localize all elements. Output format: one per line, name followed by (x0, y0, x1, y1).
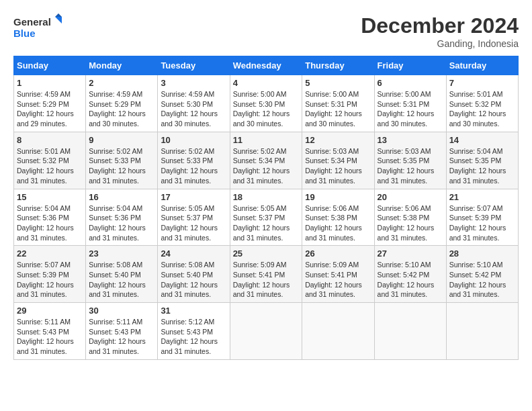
calendar-day-cell: 5Sunrise: 5:00 AMSunset: 5:31 PMDaylight… (302, 75, 374, 132)
location: Ganding, Indonesia (361, 38, 519, 49)
day-info: Sunrise: 5:05 AMSunset: 5:37 PMDaylight:… (233, 203, 300, 243)
calendar-week-row: 1Sunrise: 4:59 AMSunset: 5:29 PMDaylight… (14, 75, 519, 132)
day-number: 22 (17, 248, 83, 259)
day-info: Sunrise: 5:01 AMSunset: 5:32 PMDaylight:… (17, 146, 83, 186)
calendar-week-row: 15Sunrise: 5:04 AMSunset: 5:36 PMDayligh… (14, 189, 519, 246)
day-number: 24 (161, 248, 226, 259)
day-of-week-header: Monday (86, 56, 158, 75)
calendar-day-cell: 8Sunrise: 5:01 AMSunset: 5:32 PMDaylight… (14, 132, 86, 189)
day-of-week-header: Friday (374, 56, 446, 75)
calendar-day-cell: 19Sunrise: 5:06 AMSunset: 5:38 PMDayligh… (302, 189, 374, 246)
logo: GeneralBlue (13, 13, 67, 44)
day-number: 19 (305, 192, 371, 202)
calendar-day-cell: 10Sunrise: 5:02 AMSunset: 5:33 PMDayligh… (158, 132, 230, 189)
day-number: 2 (89, 78, 154, 88)
calendar-day-cell: 16Sunrise: 5:04 AMSunset: 5:36 PMDayligh… (86, 189, 158, 246)
day-info: Sunrise: 5:04 AMSunset: 5:36 PMDaylight:… (17, 203, 83, 243)
day-number: 30 (89, 306, 154, 316)
day-info: Sunrise: 5:07 AMSunset: 5:39 PMDaylight:… (449, 203, 515, 243)
day-number: 18 (233, 192, 300, 202)
day-info: Sunrise: 5:11 AMSunset: 5:43 PMDaylight:… (89, 317, 154, 357)
day-number: 23 (89, 248, 154, 259)
calendar-day-cell: 30Sunrise: 5:11 AMSunset: 5:43 PMDayligh… (86, 303, 158, 360)
calendar-day-cell: 1Sunrise: 4:59 AMSunset: 5:29 PMDaylight… (14, 75, 86, 132)
calendar-day-cell: 12Sunrise: 5:03 AMSunset: 5:34 PMDayligh… (302, 132, 374, 189)
day-number: 4 (233, 78, 300, 88)
calendar-day-cell: 25Sunrise: 5:09 AMSunset: 5:41 PMDayligh… (230, 246, 302, 303)
day-number: 27 (378, 248, 443, 259)
calendar-day-cell: 21Sunrise: 5:07 AMSunset: 5:39 PMDayligh… (446, 189, 518, 246)
day-info: Sunrise: 5:03 AMSunset: 5:35 PMDaylight:… (378, 146, 443, 186)
day-info: Sunrise: 5:03 AMSunset: 5:34 PMDaylight:… (305, 146, 371, 186)
day-info: Sunrise: 5:10 AMSunset: 5:42 PMDaylight:… (378, 260, 443, 300)
day-info: Sunrise: 5:07 AMSunset: 5:39 PMDaylight:… (17, 260, 83, 300)
calendar-day-cell: 22Sunrise: 5:07 AMSunset: 5:39 PMDayligh… (14, 246, 86, 303)
page-header: GeneralBlue December 2024 Ganding, Indon… (13, 13, 519, 49)
svg-marker-2 (55, 17, 62, 24)
calendar-day-cell: 27Sunrise: 5:10 AMSunset: 5:42 PMDayligh… (374, 246, 446, 303)
day-number: 28 (449, 248, 515, 259)
day-number: 14 (449, 135, 515, 145)
day-info: Sunrise: 5:00 AMSunset: 5:31 PMDaylight:… (378, 89, 443, 129)
day-of-week-header: Wednesday (230, 56, 302, 75)
day-info: Sunrise: 5:01 AMSunset: 5:32 PMDaylight:… (449, 89, 515, 129)
calendar-day-cell: 18Sunrise: 5:05 AMSunset: 5:37 PMDayligh… (230, 189, 302, 246)
calendar-day-cell: 4Sunrise: 5:00 AMSunset: 5:30 PMDaylight… (230, 75, 302, 132)
calendar-header-row: SundayMondayTuesdayWednesdayThursdayFrid… (14, 56, 519, 75)
calendar-day-cell: 9Sunrise: 5:02 AMSunset: 5:33 PMDaylight… (86, 132, 158, 189)
calendar-day-cell: 2Sunrise: 4:59 AMSunset: 5:29 PMDaylight… (86, 75, 158, 132)
day-of-week-header: Tuesday (158, 56, 230, 75)
calendar-day-cell: 7Sunrise: 5:01 AMSunset: 5:32 PMDaylight… (446, 75, 518, 132)
day-number: 8 (17, 135, 83, 145)
day-info: Sunrise: 5:10 AMSunset: 5:42 PMDaylight:… (449, 260, 515, 300)
day-number: 16 (89, 192, 154, 202)
day-info: Sunrise: 4:59 AMSunset: 5:29 PMDaylight:… (17, 89, 83, 129)
calendar-day-cell: 31Sunrise: 5:12 AMSunset: 5:43 PMDayligh… (158, 303, 230, 360)
day-info: Sunrise: 5:08 AMSunset: 5:40 PMDaylight:… (89, 260, 154, 300)
calendar-day-cell: 26Sunrise: 5:09 AMSunset: 5:41 PMDayligh… (302, 246, 374, 303)
day-of-week-header: Saturday (446, 56, 518, 75)
calendar-day-cell: 6Sunrise: 5:00 AMSunset: 5:31 PMDaylight… (374, 75, 446, 132)
day-number: 25 (233, 248, 300, 259)
day-info: Sunrise: 5:05 AMSunset: 5:37 PMDaylight:… (161, 203, 226, 243)
calendar-day-cell: 24Sunrise: 5:08 AMSunset: 5:40 PMDayligh… (158, 246, 230, 303)
day-info: Sunrise: 5:09 AMSunset: 5:41 PMDaylight:… (305, 260, 371, 300)
day-number: 29 (17, 306, 83, 316)
calendar-day-cell: 17Sunrise: 5:05 AMSunset: 5:37 PMDayligh… (158, 189, 230, 246)
svg-text:Blue: Blue (13, 28, 36, 39)
day-info: Sunrise: 5:00 AMSunset: 5:31 PMDaylight:… (305, 89, 371, 129)
month-title: December 2024 (361, 13, 519, 38)
day-info: Sunrise: 5:06 AMSunset: 5:38 PMDaylight:… (305, 203, 371, 243)
day-number: 9 (89, 135, 154, 145)
day-info: Sunrise: 4:59 AMSunset: 5:30 PMDaylight:… (161, 89, 226, 129)
calendar-day-cell: 3Sunrise: 4:59 AMSunset: 5:30 PMDaylight… (158, 75, 230, 132)
day-info: Sunrise: 5:02 AMSunset: 5:33 PMDaylight:… (89, 146, 154, 186)
logo-svg: GeneralBlue (13, 13, 67, 44)
day-number: 3 (161, 78, 226, 88)
calendar-day-cell (374, 303, 446, 360)
day-of-week-header: Thursday (302, 56, 374, 75)
calendar-day-cell: 14Sunrise: 5:04 AMSunset: 5:35 PMDayligh… (446, 132, 518, 189)
day-of-week-header: Sunday (14, 56, 86, 75)
day-number: 12 (305, 135, 371, 145)
calendar-week-row: 8Sunrise: 5:01 AMSunset: 5:32 PMDaylight… (14, 132, 519, 189)
day-number: 10 (161, 135, 226, 145)
calendar-day-cell (302, 303, 374, 360)
calendar-week-row: 29Sunrise: 5:11 AMSunset: 5:43 PMDayligh… (14, 303, 519, 360)
day-number: 13 (378, 135, 443, 145)
day-number: 6 (378, 78, 443, 88)
svg-marker-3 (55, 13, 62, 17)
day-number: 11 (233, 135, 300, 145)
day-number: 21 (449, 192, 515, 202)
day-number: 1 (17, 78, 83, 88)
calendar-day-cell: 28Sunrise: 5:10 AMSunset: 5:42 PMDayligh… (446, 246, 518, 303)
day-number: 31 (161, 306, 226, 316)
day-number: 26 (305, 248, 371, 259)
day-info: Sunrise: 5:12 AMSunset: 5:43 PMDaylight:… (161, 317, 226, 357)
calendar-table: SundayMondayTuesdayWednesdayThursdayFrid… (13, 56, 519, 360)
title-block: December 2024 Ganding, Indonesia (361, 13, 519, 49)
svg-text:General: General (13, 16, 51, 28)
calendar-day-cell (230, 303, 302, 360)
day-info: Sunrise: 5:11 AMSunset: 5:43 PMDaylight:… (17, 317, 83, 357)
day-info: Sunrise: 5:08 AMSunset: 5:40 PMDaylight:… (161, 260, 226, 300)
